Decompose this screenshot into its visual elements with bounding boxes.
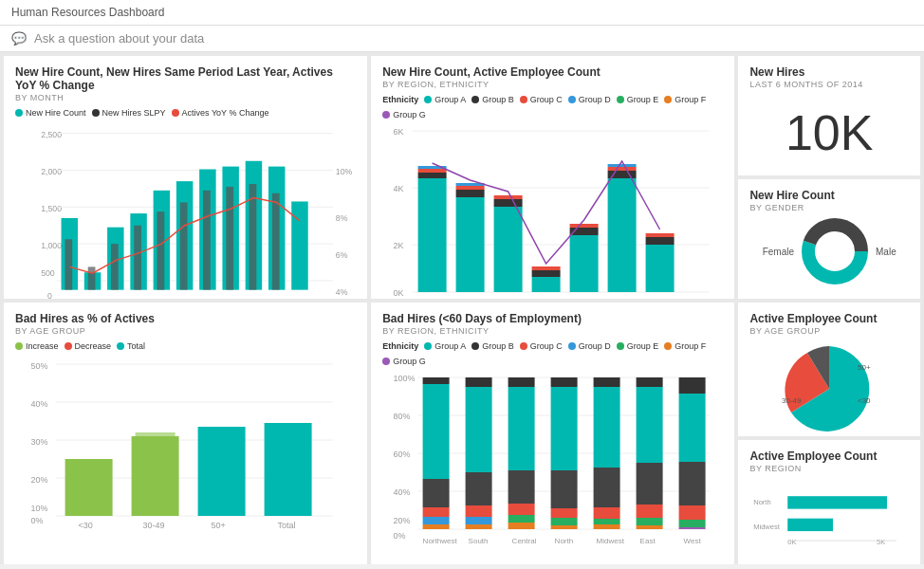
chart7-area: 50+ <30 30-49 [749,341,909,436]
card-bad-hires-pct: Bad Hires as % of Actives BY AGE GROUP I… [4,303,367,564]
bar-lt30-inc [65,459,113,516]
b6-c-d [508,504,535,515]
b6-n-b [551,377,578,387]
chart3-title: New Hires [749,65,909,79]
svg-text:50+: 50+ [212,521,226,530]
b6-n-f [551,525,578,529]
bar-slpy-may [157,211,164,290]
svg-text:2K: 2K [394,241,404,250]
chart5-legend: Increase Decrease Total [15,341,356,351]
card-hire-gender: New Hire Count BY GENDER Female Male [738,179,920,299]
dot6-groupE [617,342,624,350]
svg-text:10%: 10% [336,167,353,176]
legend-dot-actives [172,109,179,117]
svg-text:South: South [469,537,489,545]
legend-groupC: Group C [520,95,563,104]
b6-s-f [466,524,492,529]
chart6-legend: Ethnicity Group A Group B Group C Group … [382,341,723,366]
card-hire-region: New Hire Count, Active Employee Count BY… [371,56,734,299]
b6-n-a [551,387,578,470]
svg-text:0%: 0% [394,531,406,541]
bar-west-c [646,233,675,237]
chart2-legend: Ethnicity Group A Group B Group C Group … [382,95,723,119]
chart5-subtitle: BY AGE GROUP [15,326,356,336]
svg-text:North: North [555,537,574,545]
svg-text:5K: 5K [877,538,885,546]
card-active-emp-region: Active Employee Count BY REGION North Mi… [738,440,920,564]
new-hires-value: 10K [749,95,909,171]
card-bad-hires-60: Bad Hires (<60 Days of Employment) BY RE… [371,303,734,564]
chart4-donut: Female Male [749,218,909,284]
dot6-groupB [471,342,479,350]
chart2-title: New Hire Count, Active Employee Count [382,65,723,79]
svg-text:40%: 40% [31,399,48,409]
chart6-svg: 100% 80% 60% 40% 20% 0% [382,370,723,545]
svg-text:0K: 0K [394,288,404,298]
bar-east-b [532,270,561,277]
legend-groupA: Group A [424,95,466,104]
legend-label-slpy: New Hires SLPY [102,108,166,118]
legend6-groupF: Group F [664,341,706,351]
legend6-groupD: Group D [568,341,611,351]
chart1-subtitle: BY MONTH [15,93,356,102]
chart5-svg: 50% 40% 30% 20% 10% 0% [15,355,356,530]
b6-e-d [637,505,663,518]
hbar-north [788,496,888,508]
dot-decrease [65,342,72,350]
b6-nw-f [423,524,450,529]
chart7-subtitle: BY AGE GROUP [749,326,909,336]
chart4-title: New Hire Count [749,189,909,202]
b6-s-c [466,472,492,505]
svg-text:50%: 50% [31,361,48,371]
b6-w-c [679,462,706,505]
app-title: Human Resources Dashboard [11,6,164,19]
svg-text:30-49: 30-49 [782,396,802,405]
svg-text:1,500: 1,500 [41,204,62,213]
bar-midwest [456,197,485,292]
legend-item-new-hire: New Hire Count [15,108,86,118]
dot-groupG [382,111,390,119]
dot-groupF [664,96,672,103]
bar-nov [291,201,307,289]
qa-bar[interactable]: 💬 Ask a question about your data [0,26,924,52]
svg-text:0%: 0% [31,516,44,525]
chart8-subtitle: BY REGION [749,464,909,473]
svg-text:80%: 80% [394,412,411,421]
b6-mw-e [594,519,620,524]
svg-text:50+: 50+ [858,363,871,372]
chart2-svg: 6K 4K 2K 0K [382,123,723,299]
bar-west [646,245,675,292]
svg-text:0: 0 [47,291,52,299]
chart8-area: North Midwest 0K 5K [749,479,909,555]
svg-text:8%: 8% [336,213,348,223]
chart1-svg: 2,500 2,000 1,500 1,000 500 0 10% 8% 6% … [15,121,356,299]
chart5-area: 50% 40% 30% 20% 10% 0% [15,355,356,530]
legend-groupE: Group E [617,95,659,104]
dot-total [117,342,124,350]
b6-mw-f [594,524,620,529]
legend6-groupB: Group B [471,341,514,351]
b6-s-e [466,517,492,524]
chart6-area: 100% 80% 60% 40% 20% 0% [382,370,723,545]
chart1-area: 2,500 2,000 1,500 1,000 500 0 10% 8% 6% … [15,121,356,299]
legend-dot-new-hire [15,109,23,117]
b6-c-c [508,470,535,504]
bar-west-b [646,237,675,245]
svg-text:100%: 100% [394,374,416,383]
svg-text:1,000: 1,000 [41,241,62,250]
legend6-groupC: Group C [520,341,563,351]
legend-total: Total [117,341,145,351]
b6-nw-e [423,517,450,524]
b6-e-b [637,377,663,387]
dashboard: New Hire Count, New Hires Same Period La… [0,52,924,564]
b6-c-a [508,387,535,470]
chart1-legend: New Hire Count New Hires SLPY Actives Yo… [15,108,356,118]
bar-northwest-b [494,199,523,207]
b6-s-a [466,387,492,472]
chart7-title: Active Employee Count [749,312,909,325]
svg-text:2,500: 2,500 [41,130,62,139]
chart3-subtitle: LAST 6 MONTHS OF 2014 [749,80,909,89]
svg-text:North: North [754,498,771,506]
bar-30-49-extra [136,432,176,436]
bar-slpy-oct [272,193,280,290]
